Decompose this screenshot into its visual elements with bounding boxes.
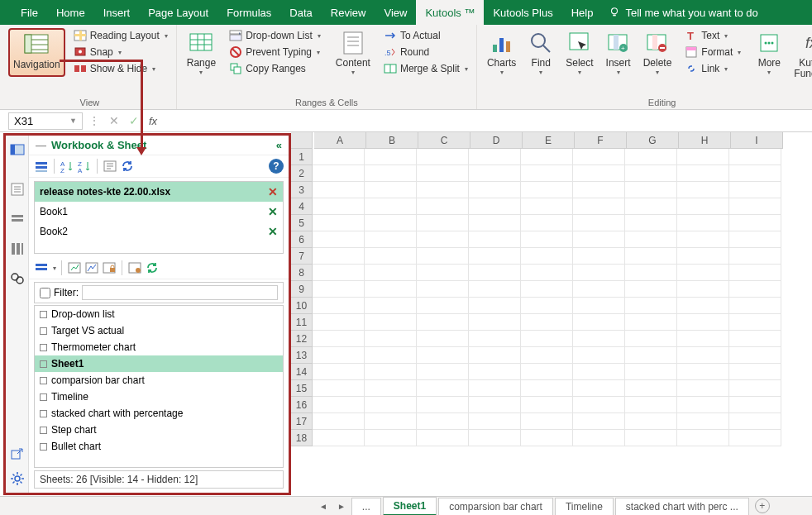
settings-icon[interactable]	[10, 471, 25, 486]
cell[interactable]	[729, 198, 781, 215]
cell[interactable]	[417, 231, 469, 248]
sheet-tab[interactable]: Sheet1	[383, 497, 437, 516]
cell[interactable]	[521, 248, 573, 265]
row-header[interactable]: 13	[291, 347, 313, 364]
cell[interactable]	[677, 265, 729, 281]
cell[interactable]	[677, 347, 729, 364]
cell[interactable]	[729, 165, 781, 182]
column-header[interactable]: I	[731, 132, 783, 148]
content-button[interactable]: Content▾	[331, 28, 375, 78]
cell[interactable]	[313, 331, 365, 347]
tab-view[interactable]: View	[375, 0, 416, 25]
cell[interactable]	[417, 298, 469, 314]
cell[interactable]	[365, 430, 417, 446]
tab-home[interactable]: Home	[47, 0, 94, 25]
sheet-item[interactable]: Bullet chart	[35, 438, 283, 455]
cell[interactable]	[573, 364, 625, 380]
cell[interactable]	[729, 265, 781, 281]
cancel-formula-button[interactable]: ✕	[104, 114, 124, 127]
select-button[interactable]: Select▾	[561, 28, 598, 78]
cell[interactable]	[365, 165, 417, 182]
cell[interactable]	[417, 248, 469, 265]
navigation-button[interactable]: Navigation	[8, 28, 65, 77]
cell[interactable]	[313, 182, 365, 198]
column-header[interactable]: F	[575, 132, 627, 148]
sheet-refresh-icon[interactable]	[145, 260, 160, 275]
autotext-tab-icon[interactable]	[10, 182, 25, 197]
cell[interactable]	[729, 380, 781, 397]
cell[interactable]	[677, 298, 729, 314]
cell[interactable]	[729, 347, 781, 364]
cell[interactable]	[729, 298, 781, 314]
cell[interactable]	[625, 149, 677, 165]
cell[interactable]	[469, 149, 521, 165]
row-header[interactable]: 2	[291, 165, 313, 182]
cell[interactable]	[469, 430, 521, 446]
find-button[interactable]: Find▾	[523, 28, 559, 78]
cell[interactable]	[469, 380, 521, 397]
cell[interactable]	[729, 413, 781, 430]
cell[interactable]	[625, 364, 677, 380]
column-header[interactable]: B	[366, 132, 418, 148]
cell[interactable]	[625, 331, 677, 347]
name-box[interactable]: X31▼	[8, 112, 83, 130]
sort-desc-icon[interactable]: ZA	[77, 159, 92, 174]
cell[interactable]	[417, 215, 469, 231]
sheet-item[interactable]: Sheet1	[35, 355, 283, 372]
cell[interactable]	[417, 430, 469, 446]
cell[interactable]	[677, 182, 729, 198]
help-icon[interactable]: ?	[269, 159, 284, 174]
sheet-tab[interactable]: stacked chart with perc ...	[615, 498, 749, 515]
utilities-icon[interactable]	[103, 159, 117, 174]
row-header[interactable]: 8	[291, 265, 313, 281]
cell[interactable]	[677, 331, 729, 347]
cell[interactable]	[573, 298, 625, 314]
cell[interactable]	[469, 331, 521, 347]
column-list-tab-icon[interactable]	[10, 241, 25, 256]
sheet-tool3-icon[interactable]	[127, 260, 142, 275]
sheet-nav-first[interactable]: ◄	[314, 502, 332, 511]
cell[interactable]	[365, 314, 417, 331]
cell[interactable]	[677, 149, 729, 165]
toggle-hidden-icon[interactable]	[34, 159, 49, 174]
cell[interactable]	[521, 149, 573, 165]
cell[interactable]	[521, 314, 573, 331]
tab-data[interactable]: Data	[280, 0, 321, 25]
workbook-item[interactable]: Book2✕	[35, 222, 283, 241]
cell[interactable]	[313, 413, 365, 430]
cell[interactable]	[521, 364, 573, 380]
cell[interactable]	[365, 265, 417, 281]
cell[interactable]	[313, 281, 365, 298]
cell[interactable]	[573, 149, 625, 165]
row-header[interactable]: 11	[291, 314, 313, 331]
prevent-typing-button[interactable]: Prevent Typing▾	[226, 45, 324, 60]
cell[interactable]	[625, 430, 677, 446]
row-header[interactable]: 1	[291, 149, 313, 165]
filter-checkbox[interactable]	[40, 288, 50, 298]
sheet-lock-icon[interactable]	[102, 260, 117, 275]
cell[interactable]	[417, 165, 469, 182]
cell[interactable]	[573, 231, 625, 248]
dropdown-list-button[interactable]: Drop-down List▾	[226, 28, 324, 43]
cell[interactable]	[313, 430, 365, 446]
row-header[interactable]: 12	[291, 331, 313, 347]
cell[interactable]	[417, 182, 469, 198]
cell[interactable]	[469, 314, 521, 331]
cell[interactable]	[417, 198, 469, 215]
cell[interactable]	[729, 231, 781, 248]
delete-button[interactable]: Delete▾	[638, 28, 677, 78]
cell[interactable]	[625, 347, 677, 364]
cell[interactable]	[677, 281, 729, 298]
cell[interactable]	[365, 182, 417, 198]
cell[interactable]	[625, 281, 677, 298]
worksheet-grid[interactable]: ABCDEFGHI 123456789101112131415161718	[291, 132, 812, 496]
cell[interactable]	[313, 215, 365, 231]
cell[interactable]	[469, 265, 521, 281]
cell[interactable]	[677, 198, 729, 215]
cell[interactable]	[469, 364, 521, 380]
cell[interactable]	[729, 397, 781, 413]
cell[interactable]	[365, 397, 417, 413]
cell[interactable]	[365, 231, 417, 248]
more-button[interactable]: More▾	[751, 28, 787, 78]
column-header[interactable]: H	[679, 132, 731, 148]
